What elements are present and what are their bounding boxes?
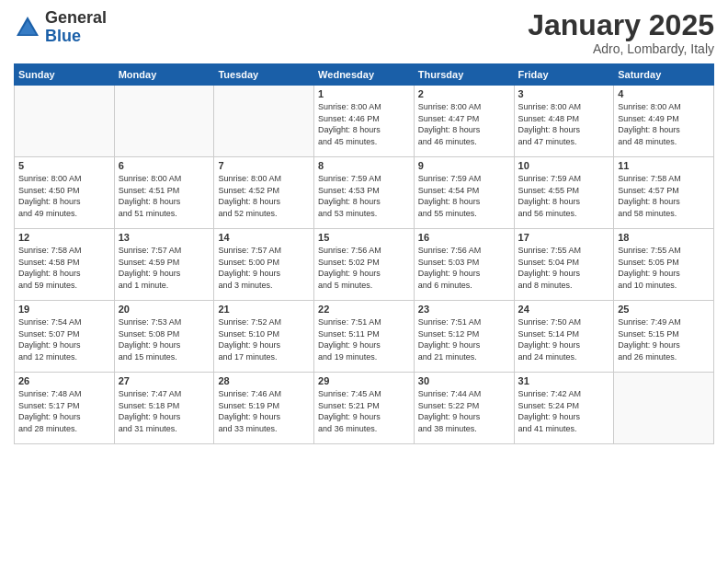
table-row: 23Sunrise: 7:51 AMSunset: 5:12 PMDayligh… [414, 301, 514, 373]
table-row: 3Sunrise: 8:00 AMSunset: 4:48 PMDaylight… [514, 86, 614, 157]
day-number: 15 [318, 232, 410, 243]
table-row: 10Sunrise: 7:59 AMSunset: 4:55 PMDayligh… [514, 157, 614, 229]
day-number: 26 [18, 375, 110, 386]
calendar-week-1: 5Sunrise: 8:00 AMSunset: 4:50 PMDaylight… [15, 157, 714, 229]
table-row: 21Sunrise: 7:52 AMSunset: 5:10 PMDayligh… [214, 301, 314, 373]
cell-content: Sunrise: 7:45 AMSunset: 5:21 PMDaylight:… [318, 388, 410, 434]
table-row: 17Sunrise: 7:55 AMSunset: 5:04 PMDayligh… [514, 229, 614, 301]
table-row [15, 86, 115, 157]
table-row: 6Sunrise: 8:00 AMSunset: 4:51 PMDaylight… [114, 157, 214, 229]
cell-content: Sunrise: 8:00 AMSunset: 4:48 PMDaylight:… [518, 101, 610, 147]
table-row: 29Sunrise: 7:45 AMSunset: 5:21 PMDayligh… [314, 373, 415, 444]
day-number: 27 [119, 375, 210, 386]
day-number: 9 [418, 160, 510, 171]
cell-content: Sunrise: 7:44 AMSunset: 5:22 PMDaylight:… [418, 388, 510, 434]
col-saturday: Saturday [614, 64, 714, 86]
col-sunday: Sunday [15, 64, 115, 86]
cell-content: Sunrise: 7:59 AMSunset: 4:53 PMDaylight:… [318, 173, 410, 219]
cell-content: Sunrise: 7:55 AMSunset: 5:04 PMDaylight:… [518, 245, 610, 291]
day-number: 7 [218, 160, 310, 171]
table-row: 14Sunrise: 7:57 AMSunset: 5:00 PMDayligh… [214, 229, 314, 301]
table-row: 27Sunrise: 7:47 AMSunset: 5:18 PMDayligh… [114, 373, 214, 444]
col-thursday: Thursday [414, 64, 514, 86]
table-row [214, 86, 314, 157]
cell-content: Sunrise: 7:51 AMSunset: 5:11 PMDaylight:… [318, 316, 410, 362]
day-number: 22 [318, 304, 410, 315]
table-row: 12Sunrise: 7:58 AMSunset: 4:58 PMDayligh… [15, 229, 115, 301]
col-tuesday: Tuesday [214, 64, 314, 86]
header: General Blue January 2025 Adro, Lombardy… [14, 9, 714, 56]
day-number: 17 [518, 232, 610, 243]
day-number: 10 [518, 160, 610, 171]
day-number: 23 [418, 304, 510, 315]
cell-content: Sunrise: 7:59 AMSunset: 4:54 PMDaylight:… [418, 173, 510, 219]
table-row: 11Sunrise: 7:58 AMSunset: 4:57 PMDayligh… [614, 157, 714, 229]
cell-content: Sunrise: 8:00 AMSunset: 4:49 PMDaylight:… [618, 101, 710, 147]
table-row [114, 86, 214, 157]
day-number: 25 [618, 304, 710, 315]
table-row: 22Sunrise: 7:51 AMSunset: 5:11 PMDayligh… [314, 301, 415, 373]
logo-text: General Blue [45, 9, 107, 46]
cell-content: Sunrise: 7:48 AMSunset: 5:17 PMDaylight:… [18, 388, 110, 434]
page: General Blue January 2025 Adro, Lombardy… [0, 0, 728, 563]
calendar-week-3: 19Sunrise: 7:54 AMSunset: 5:07 PMDayligh… [15, 301, 714, 373]
table-row: 26Sunrise: 7:48 AMSunset: 5:17 PMDayligh… [15, 373, 115, 444]
table-row: 24Sunrise: 7:50 AMSunset: 5:14 PMDayligh… [514, 301, 614, 373]
cell-content: Sunrise: 8:00 AMSunset: 4:52 PMDaylight:… [218, 173, 310, 219]
table-row: 5Sunrise: 8:00 AMSunset: 4:50 PMDaylight… [15, 157, 115, 229]
logo-icon [14, 14, 41, 41]
table-row: 1Sunrise: 8:00 AMSunset: 4:46 PMDaylight… [314, 86, 415, 157]
cell-content: Sunrise: 8:00 AMSunset: 4:47 PMDaylight:… [418, 101, 510, 147]
day-number: 18 [618, 232, 710, 243]
cell-content: Sunrise: 8:00 AMSunset: 4:51 PMDaylight:… [119, 173, 210, 219]
cell-content: Sunrise: 7:57 AMSunset: 4:59 PMDaylight:… [119, 245, 210, 291]
day-number: 24 [518, 304, 610, 315]
cell-content: Sunrise: 7:56 AMSunset: 5:02 PMDaylight:… [318, 245, 410, 291]
table-row [614, 373, 714, 444]
day-number: 21 [218, 304, 310, 315]
day-number: 29 [318, 375, 410, 386]
cell-content: Sunrise: 7:58 AMSunset: 4:57 PMDaylight:… [618, 173, 710, 219]
cell-content: Sunrise: 7:56 AMSunset: 5:03 PMDaylight:… [418, 245, 510, 291]
cell-content: Sunrise: 7:57 AMSunset: 5:00 PMDaylight:… [218, 245, 310, 291]
cell-content: Sunrise: 7:54 AMSunset: 5:07 PMDaylight:… [18, 316, 110, 362]
cell-content: Sunrise: 8:00 AMSunset: 4:50 PMDaylight:… [18, 173, 110, 219]
cell-content: Sunrise: 7:49 AMSunset: 5:15 PMDaylight:… [618, 316, 710, 362]
cell-content: Sunrise: 7:50 AMSunset: 5:14 PMDaylight:… [518, 316, 610, 362]
day-number: 13 [119, 232, 210, 243]
day-number: 5 [18, 160, 110, 171]
day-number: 6 [119, 160, 210, 171]
table-row: 20Sunrise: 7:53 AMSunset: 5:08 PMDayligh… [114, 301, 214, 373]
calendar-week-0: 1Sunrise: 8:00 AMSunset: 4:46 PMDaylight… [15, 86, 714, 157]
day-number: 8 [318, 160, 410, 171]
table-row: 4Sunrise: 8:00 AMSunset: 4:49 PMDaylight… [614, 86, 714, 157]
day-number: 1 [318, 88, 410, 99]
calendar-week-4: 26Sunrise: 7:48 AMSunset: 5:17 PMDayligh… [15, 373, 714, 444]
table-row: 30Sunrise: 7:44 AMSunset: 5:22 PMDayligh… [414, 373, 514, 444]
table-row: 13Sunrise: 7:57 AMSunset: 4:59 PMDayligh… [114, 229, 214, 301]
day-number: 11 [618, 160, 710, 171]
cell-content: Sunrise: 7:42 AMSunset: 5:24 PMDaylight:… [518, 388, 610, 434]
calendar-week-2: 12Sunrise: 7:58 AMSunset: 4:58 PMDayligh… [15, 229, 714, 301]
col-monday: Monday [114, 64, 214, 86]
day-number: 16 [418, 232, 510, 243]
calendar-header-row: Sunday Monday Tuesday Wednesday Thursday… [15, 64, 714, 86]
cell-content: Sunrise: 7:51 AMSunset: 5:12 PMDaylight:… [418, 316, 510, 362]
day-number: 14 [218, 232, 310, 243]
cell-content: Sunrise: 7:59 AMSunset: 4:55 PMDaylight:… [518, 173, 610, 219]
cell-content: Sunrise: 8:00 AMSunset: 4:46 PMDaylight:… [318, 101, 410, 147]
cell-content: Sunrise: 7:52 AMSunset: 5:10 PMDaylight:… [218, 316, 310, 362]
day-number: 12 [18, 232, 110, 243]
day-number: 2 [418, 88, 510, 99]
day-number: 28 [218, 375, 310, 386]
logo-blue: Blue [45, 27, 81, 45]
day-number: 20 [119, 304, 210, 315]
col-wednesday: Wednesday [314, 64, 415, 86]
month-title: January 2025 [528, 9, 714, 41]
logo-general: General [45, 8, 107, 27]
day-number: 19 [18, 304, 110, 315]
table-row: 28Sunrise: 7:46 AMSunset: 5:19 PMDayligh… [214, 373, 314, 444]
title-block: January 2025 Adro, Lombardy, Italy [528, 9, 714, 56]
table-row: 25Sunrise: 7:49 AMSunset: 5:15 PMDayligh… [614, 301, 714, 373]
table-row: 15Sunrise: 7:56 AMSunset: 5:02 PMDayligh… [314, 229, 415, 301]
